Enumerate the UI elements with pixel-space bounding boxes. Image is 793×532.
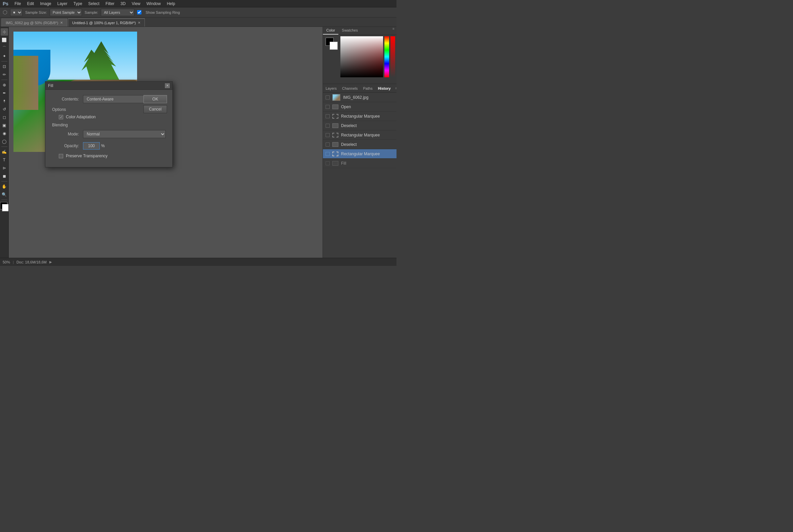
tab-layers[interactable]: Layers: [323, 85, 340, 92]
tab-untitled1[interactable]: Untitled-1 @ 100% (Layer 1, RGB/8#*) ✕: [68, 18, 145, 26]
tab-color[interactable]: Color: [323, 27, 339, 35]
show-sampling-ring-checkbox[interactable]: [137, 10, 141, 15]
dialog-titlebar[interactable]: Fill ✕: [45, 82, 172, 90]
history-label-1: Open: [341, 104, 351, 109]
ok-button[interactable]: OK: [143, 95, 167, 103]
history-item-7[interactable]: Fill: [323, 159, 396, 168]
toolbar-separator-4: [1, 181, 7, 182]
app-logo: Ps: [3, 1, 8, 6]
hue-strip[interactable]: [384, 36, 389, 77]
menu-file[interactable]: File: [12, 1, 23, 7]
move-tool[interactable]: ⊹: [1, 28, 8, 36]
alpha-strip[interactable]: [390, 36, 395, 77]
fill-dialog: Fill ✕ Contents: Content-Aware Options C…: [45, 81, 173, 167]
status-arrow[interactable]: ▶: [50, 260, 52, 264]
dialog-close-button[interactable]: ✕: [165, 83, 170, 88]
blur-tool[interactable]: ◉: [1, 130, 8, 137]
tab-swatches[interactable]: Swatches: [339, 27, 361, 35]
menu-window[interactable]: Window: [144, 1, 163, 7]
history-item-0[interactable]: IMG_6062.jpg: [323, 93, 396, 102]
text-tool[interactable]: T: [1, 156, 8, 164]
menu-3d[interactable]: 3D: [118, 1, 128, 7]
history-item-6[interactable]: Rectangular Marquee: [323, 149, 396, 159]
color-panel-menu[interactable]: ≡: [390, 27, 396, 35]
heal-tool[interactable]: ⊕: [1, 81, 8, 89]
marquee-tool[interactable]: ⬜: [1, 36, 8, 44]
menu-bar: Ps File Edit Image Layer Type Select Fil…: [0, 0, 396, 7]
preserve-transparency-checkbox[interactable]: [59, 154, 63, 158]
hand-tool[interactable]: ✋: [1, 183, 8, 190]
menu-type[interactable]: Type: [71, 1, 85, 7]
tab-channels[interactable]: Channels: [340, 85, 360, 92]
lasso-tool[interactable]: ⌒: [1, 44, 8, 52]
crop-tool[interactable]: ⊡: [1, 63, 8, 70]
layers-panel-menu[interactable]: ≡: [393, 87, 396, 90]
gradient-tool[interactable]: ▣: [1, 122, 8, 129]
preserve-transparency-row: Preserve Transparency: [52, 154, 166, 158]
history-item-2[interactable]: Rectangular Marquee: [323, 112, 396, 121]
layers-panel: Layers Channels Paths History ≡ IMG_6062…: [323, 84, 396, 258]
sample-label: Sample:: [85, 11, 98, 15]
history-item-3[interactable]: Deselect: [323, 121, 396, 130]
history-checkbox-1: [326, 105, 330, 109]
history-checkbox-3: [326, 124, 330, 128]
history-icon-1: [332, 104, 339, 109]
history-checkbox-5: [326, 142, 330, 147]
background-color[interactable]: [2, 204, 9, 211]
opacity-input[interactable]: [83, 142, 100, 150]
tool-options-select[interactable]: ■: [10, 9, 22, 16]
menu-edit[interactable]: Edit: [24, 1, 37, 7]
tab-history[interactable]: History: [375, 85, 393, 92]
tab-img6062[interactable]: IMG_6062.jpg @ 50% (RGB/8*) ✕: [1, 18, 67, 26]
mode-label: Mode:: [52, 132, 79, 136]
history-item-1[interactable]: Open: [323, 102, 396, 112]
brush-tool[interactable]: ✒: [1, 89, 8, 97]
zoom-tool[interactable]: 🔍: [1, 191, 8, 198]
opacity-row: Opacity: %: [52, 142, 166, 150]
mode-select[interactable]: Normal: [83, 130, 166, 138]
sample-select[interactable]: All Layers: [101, 9, 134, 16]
menu-select[interactable]: Select: [86, 1, 102, 7]
stamp-tool[interactable]: 🖈: [1, 97, 8, 105]
cancel-button[interactable]: Cancel: [143, 105, 167, 113]
status-separator: |: [13, 260, 14, 264]
magic-wand-tool[interactable]: ✦: [1, 53, 8, 60]
show-sampling-ring-label: Show Sampling Ring: [146, 11, 180, 15]
tab-img6062-close[interactable]: ✕: [60, 21, 63, 24]
tab-paths[interactable]: Paths: [361, 85, 375, 92]
history-icon-3: [332, 124, 339, 128]
eyedropper-icon: ⬡: [3, 9, 7, 16]
path-selection-tool[interactable]: ⊳: [1, 164, 8, 172]
tab-untitled1-close[interactable]: ✕: [138, 21, 140, 24]
color-gradient-field[interactable]: [341, 36, 383, 77]
history-item-4[interactable]: Rectangular Marquee: [323, 130, 396, 140]
history-item-5[interactable]: Deselect: [323, 140, 396, 149]
color-adaptation-checkbox[interactable]: [59, 115, 63, 119]
shape-tool[interactable]: ◼: [1, 172, 8, 180]
status-bar: 50% | Doc: 18,6M/18,6M ▶: [0, 258, 396, 266]
history-checkbox-4: [326, 133, 330, 137]
history-list: IMG_6062.jpg Open Rectangular Marquee: [323, 93, 396, 258]
color-adaptation-label: Color Adaptation: [66, 115, 96, 119]
fg-bg-color-swatch[interactable]: [0, 202, 9, 211]
options-bar: ⬡ ■ Sample Size: Point Sample Sample: Al…: [0, 7, 396, 18]
menu-view[interactable]: View: [129, 1, 143, 7]
background-color-box[interactable]: [330, 42, 338, 50]
doc-info: Doc: 18,6M/18,6M: [17, 260, 47, 264]
zoom-level: 50%: [3, 260, 10, 264]
dodge-tool[interactable]: ◯: [1, 138, 8, 145]
history-checkbox-2: [326, 114, 330, 118]
menu-help[interactable]: Help: [164, 1, 178, 7]
pen-tool[interactable]: ✍: [1, 148, 8, 156]
menu-layer[interactable]: Layer: [55, 1, 70, 7]
opacity-label: Opacity:: [52, 144, 79, 148]
menu-filter[interactable]: Filter: [103, 1, 117, 7]
eyedropper-tool[interactable]: ✏: [1, 71, 8, 78]
menu-image[interactable]: Image: [37, 1, 54, 7]
history-brush-tool[interactable]: ↺: [1, 106, 8, 113]
fg-bg-color-picker[interactable]: [326, 38, 338, 50]
history-label-6: Rectangular Marquee: [341, 152, 380, 156]
eraser-tool[interactable]: ◻: [1, 114, 8, 121]
sample-size-select[interactable]: Point Sample: [50, 9, 82, 16]
layers-panel-tabs: Layers Channels Paths History ≡: [323, 84, 396, 93]
